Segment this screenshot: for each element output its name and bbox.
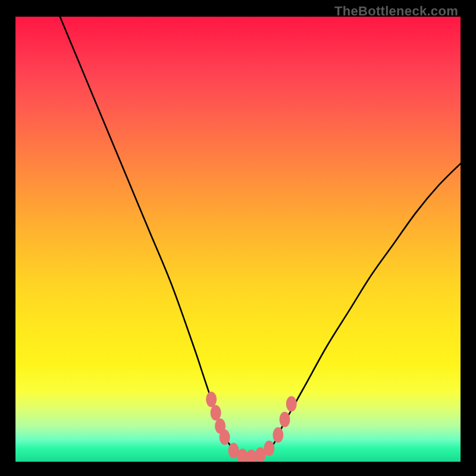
highlight-marker	[286, 396, 297, 412]
highlight-marker	[264, 441, 274, 456]
bottleneck-curve-path	[60, 17, 461, 458]
highlight-marker	[220, 430, 230, 445]
watermark-text: TheBottleneck.com	[334, 4, 458, 19]
highlight-markers	[206, 392, 297, 462]
chart-plot-area	[15, 17, 461, 462]
highlight-marker	[206, 392, 217, 407]
highlight-marker	[280, 412, 290, 427]
highlight-marker	[273, 427, 283, 443]
highlight-marker	[211, 405, 221, 421]
bottleneck-curve-svg	[15, 17, 461, 462]
